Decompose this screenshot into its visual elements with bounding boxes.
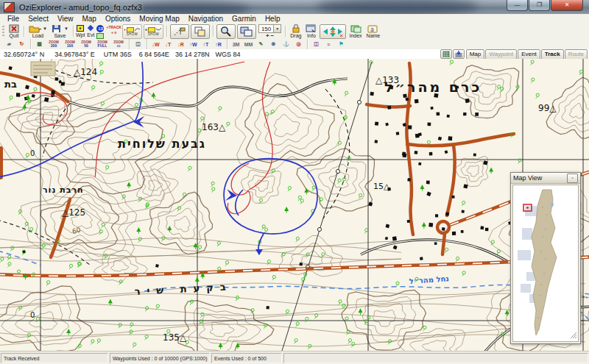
gps-upload-tracks-button[interactable]: ↑T [200,40,211,49]
separator [24,26,24,37]
datum-readout: WGS 84 [215,51,240,58]
nmea-log-button[interactable]: 3M [230,40,241,49]
map-view-titlebar[interactable]: Map View ▫ [511,173,580,184]
map-window-button[interactable]: ▩ [34,40,45,49]
ozi-explorer-window: OziExplorer - amud_topo_fq.ozfx3 — ❐ ✕ F… [0,0,589,364]
zoom-200-button[interactable]: ZOOM200 [46,40,62,49]
menu-garmin[interactable]: Garmin [228,15,261,23]
toggle-event-button[interactable]: Event [518,49,540,60]
spot-height-15: 15△ [373,182,390,191]
info-button[interactable]: Info [303,24,319,39]
menu-map[interactable]: Map [77,15,100,23]
moving-map-button[interactable]: MM [243,40,254,49]
spot-height-99: 99△ [538,103,557,113]
close-button[interactable]: ✕ [551,0,583,11]
menu-moving-map[interactable]: Moving Map [135,15,183,23]
waypoint-symbol-button[interactable]: Wpt [76,25,85,38]
map-toggle-buttons: MapWaypointEventTrackRoute [440,49,589,60]
gps-download-waypoints-button[interactable]: ↓W [150,40,161,49]
name-tag-icon: a [367,24,378,33]
magnify-button[interactable] [216,24,236,39]
windows-button[interactable] [237,24,256,39]
separator [73,26,74,37]
altitude-profile-button[interactable]: ≈ [323,40,334,49]
toolbar-grip[interactable] [2,26,4,38]
zoom-dropdown-arrow[interactable]: ▼ [273,25,281,32]
load-button[interactable]: ▼ Load [27,24,49,39]
menu-navigation[interactable]: Navigation [184,15,228,23]
quit-button[interactable]: Quit [7,24,21,39]
track-add-buttons[interactable]: +TRACK + o [106,25,121,35]
copy-to-clipboard-button[interactable] [191,24,210,39]
gps-download-tracks-button[interactable]: ↓T [163,40,174,49]
spot-height-135: 135△ [163,332,187,343]
screens-icon [240,26,253,37]
event-icon [87,25,94,32]
refresh-map-button[interactable]: ↻ [16,40,27,49]
map-canvas[interactable]: △124△133163△△12599△135△15△6000בתגבעת שלו… [0,59,589,351]
zoom-in-button[interactable]: + [266,34,269,38]
toggle-route-button[interactable]: Route [565,49,588,60]
route-flag-button[interactable] [170,24,189,39]
position-flag-button[interactable]: ⚑ [336,40,347,49]
map-view-title: Map View [513,174,542,182]
route-flag-icon [173,26,186,37]
show-track-button[interactable]: + SHOW [122,24,142,39]
grid-toggle-button[interactable] [440,49,452,59]
svg-text:a: a [370,26,374,32]
save-button[interactable]: ▼ Save [49,24,71,39]
separator [307,39,308,50]
menu-select[interactable]: Select [24,15,53,23]
status-waypoints: Waypoints Used : 0 of 10000 (GPS:1000) [110,353,210,363]
show-route-button[interactable]: o SHOW [144,24,163,39]
zoom-full-button[interactable]: ZOOMFULL [94,40,110,49]
anchor-button[interactable]: ⚓ [281,40,292,49]
zoom-50-button[interactable]: ZOOM50 [78,40,94,49]
zoom-out-button[interactable]: − [271,34,275,38]
menu-help[interactable]: Help [261,15,285,23]
zoom-level-input[interactable]: 150 [259,26,273,32]
man-overboard-button[interactable]: ◎ [293,40,304,49]
map-view-restore-button[interactable]: ▫ [567,174,578,183]
profile-window-button[interactable]: ◫ [311,40,322,49]
spot-height-125: △125 [62,207,85,218]
clipboard-icon [194,26,206,37]
name-search-button[interactable]: a Name [364,24,383,39]
gps-upload-routes-button[interactable]: ↑R [213,40,224,49]
drag-button[interactable]: Drag [288,24,303,39]
maximize-button[interactable]: ❐ [529,0,550,11]
save-position-button[interactable] [453,49,465,59]
track-counter[interactable]: 13 [96,25,104,39]
zoom-100-button[interactable]: ZOOM100 [62,40,78,49]
index-button[interactable]: Index [347,24,364,39]
track-pencil-button[interactable]: ✎ [255,40,267,49]
gps-download-routes-button[interactable]: ↓R [175,40,186,49]
separator [147,39,147,50]
projection-globe-button[interactable]: ⊕ [268,40,279,49]
title-bar[interactable]: OziExplorer - amud_topo_fq.ozfx3 — ❐ ✕ [0,0,589,15]
menu-file[interactable]: File [3,15,24,23]
menu-view[interactable]: View [53,15,78,23]
overview-map[interactable] [513,185,578,341]
send-map-image-button[interactable]: ▰ [4,40,15,49]
place-name-khirbet-nur: חרבת נור [43,185,84,195]
zoom-combo: 150 ▼ + − [258,24,281,38]
minimize-button[interactable]: — [507,0,528,11]
utm-zone-readout: UTM 36S [104,51,132,58]
screen-layout-button[interactable]: ◫ [133,40,144,49]
gps-upload-waypoints-button[interactable]: ↑W [188,40,199,49]
symbol-cluster: Wpt Evt 13 +TRACK + o [76,24,121,39]
window-title: OziExplorer - amud_topo_fq.ozfx3 [19,3,142,12]
pan-arrows-button[interactable] [320,24,346,39]
event-symbol-button[interactable]: Evt [87,25,94,38]
disk-icon: ▼ [52,24,68,33]
toggle-track-button[interactable]: Track [541,49,564,60]
zoom-window-button[interactable]: ZOOM▭ [110,40,127,49]
place-name-givat-shluchit: גבעת שלוחית [118,137,206,151]
menu-options[interactable]: Options [101,15,135,23]
toggle-waypoint-button[interactable]: Waypoint [485,49,517,60]
pan-arrows-icon [322,26,344,38]
toggle-map-button[interactable]: Map [466,49,485,60]
map-view-body[interactable] [512,185,579,342]
map-index-icon [350,24,361,33]
